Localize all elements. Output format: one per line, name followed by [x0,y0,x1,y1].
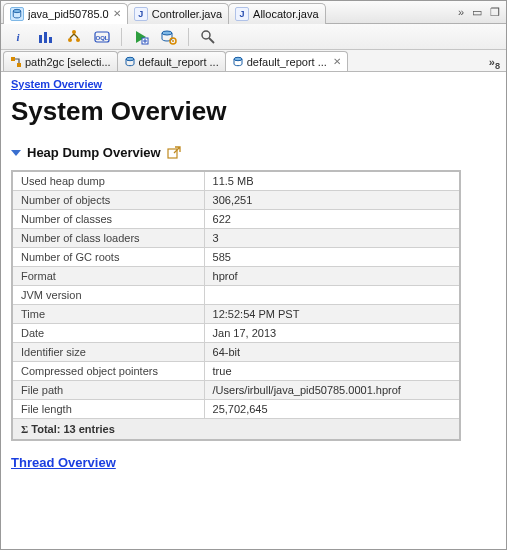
table-row: Time12:52:54 PM PST [12,305,460,324]
inner-tab-label: default_report ... [247,56,327,68]
run-query-icon[interactable] [132,28,150,46]
svg-point-14 [202,31,210,39]
editor-tab-hprof[interactable]: java_pid50785.0 ✕ [3,3,128,24]
heap-dump-icon [10,7,24,21]
query-browser-icon[interactable] [160,28,178,46]
report-icon [232,56,244,68]
content-area: System Overview System Overview Heap Dum… [1,72,506,549]
table-row: File length25,702,645 [12,400,460,419]
toolbar-separator [121,28,122,46]
section-title: Heap Dump Overview [27,145,161,160]
svg-rect-3 [44,32,47,43]
inner-tab-overflow[interactable]: »8 [483,56,506,71]
page-title: System Overview [11,96,496,127]
table-row: Identifier size64-bit [12,343,460,362]
editor-tab-label: Allocator.java [253,8,318,20]
svg-point-13 [172,40,174,42]
table-row: Number of classes622 [12,210,460,229]
tab-default-report-1[interactable]: default_report ... [117,51,226,71]
svg-point-6 [68,38,72,42]
dominator-tree-icon[interactable] [65,28,83,46]
editor-tab-label: java_pid50785.0 [28,8,109,20]
table-footer: Σ Total: 13 entries [12,419,460,441]
svg-point-5 [72,30,76,34]
svg-point-7 [76,38,80,42]
inner-tabs: path2gc [selecti... default_report ... d… [1,50,506,72]
svg-point-19 [234,57,242,60]
twisty-down-icon[interactable] [11,150,21,156]
table-row: Number of GC roots585 [12,248,460,267]
svg-line-15 [209,38,214,43]
section-heap-dump-overview[interactable]: Heap Dump Overview [11,145,496,160]
java-file-icon: J [235,7,249,21]
editor-tab-controller[interactable]: J Controller.java [127,3,229,24]
info-icon[interactable]: i [9,28,27,46]
tab-path2gc[interactable]: path2gc [selecti... [3,51,118,71]
maximize-icon[interactable]: ❐ [490,6,500,19]
svg-rect-16 [11,57,15,61]
svg-point-11 [162,31,172,35]
editor-tab-allocator[interactable]: J Allocator.java [228,3,325,24]
search-icon[interactable] [199,28,217,46]
close-icon[interactable]: ✕ [113,8,121,19]
histogram-icon[interactable] [37,28,55,46]
table-row: Number of class loaders3 [12,229,460,248]
editor-tabs: java_pid50785.0 ✕ J Controller.java J Al… [1,1,506,24]
table-row: Compressed object pointerstrue [12,362,460,381]
svg-rect-2 [39,35,42,43]
svg-rect-4 [49,37,52,43]
oql-icon[interactable]: OQL [93,28,111,46]
table-row: JVM version [12,286,460,305]
tab-default-report-2[interactable]: default_report ... ✕ [225,51,348,71]
close-icon[interactable]: ✕ [333,56,341,67]
path2gc-icon [10,56,22,68]
table-row: Used heap dump11.5 MB [12,171,460,191]
breadcrumb[interactable]: System Overview [11,78,102,90]
table-row: File path/Users/irbull/java_pid50785.000… [12,381,460,400]
open-external-icon[interactable] [167,146,181,160]
toolbar: i OQL [1,24,506,50]
table-row: Number of objects306,251 [12,191,460,210]
minimize-icon[interactable]: ▭ [472,6,482,19]
editor-overflow-icon[interactable]: » [458,6,464,19]
table-row: DateJan 17, 2013 [12,324,460,343]
editor-tab-label: Controller.java [152,8,222,20]
svg-rect-17 [17,63,21,67]
toolbar-separator [188,28,189,46]
report-icon [124,56,136,68]
java-file-icon: J [134,7,148,21]
svg-text:OQL: OQL [96,35,109,41]
heap-dump-properties-table: Used heap dump11.5 MB Number of objects3… [11,170,461,441]
svg-rect-20 [168,149,177,158]
inner-tab-label: path2gc [selecti... [25,56,111,68]
svg-point-18 [126,57,134,60]
link-thread-overview[interactable]: Thread Overview [11,455,116,470]
table-row: Formathprof [12,267,460,286]
inner-tab-label: default_report ... [139,56,219,68]
